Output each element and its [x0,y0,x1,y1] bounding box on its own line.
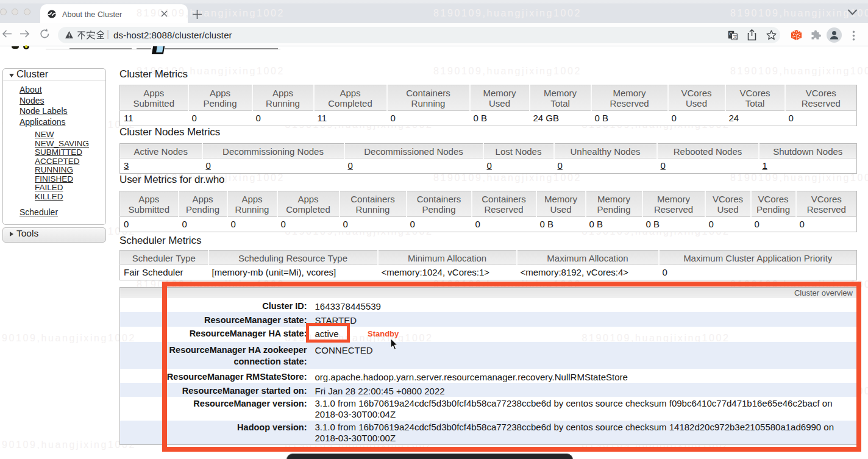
svg-text:文: 文 [733,34,738,40]
